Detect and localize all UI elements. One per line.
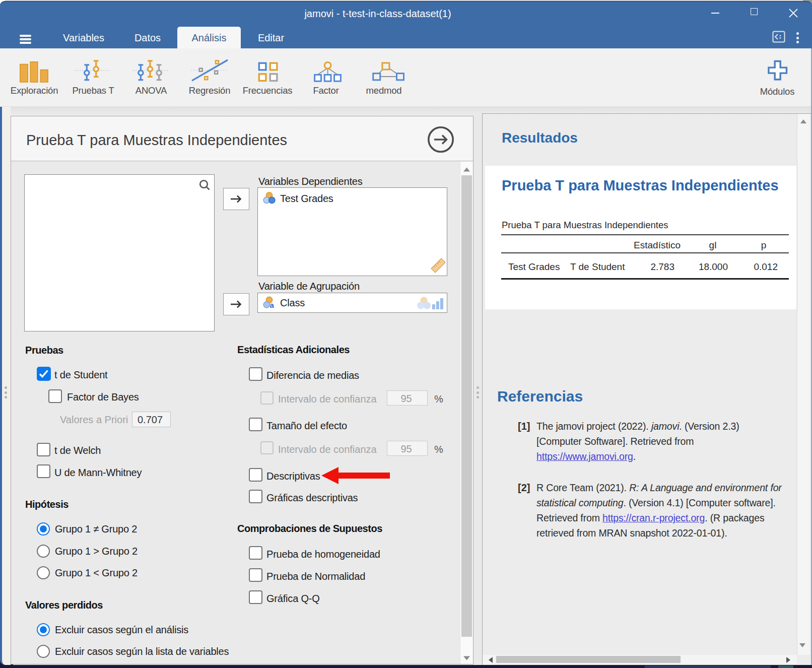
svg-text:a: a <box>270 301 275 309</box>
